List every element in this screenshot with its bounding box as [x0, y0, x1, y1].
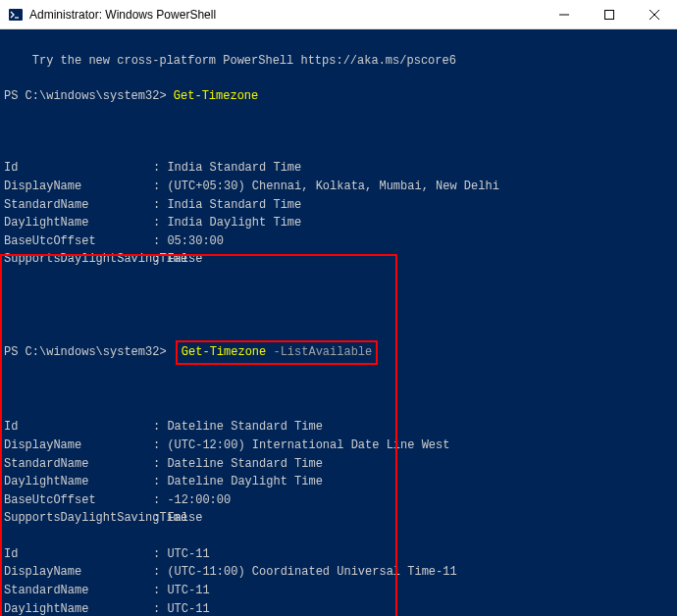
kv-value: False [167, 511, 202, 525]
kv-value: 05:30:00 [167, 234, 224, 248]
terminal-output[interactable]: Try the new cross-platform PowerShell ht… [0, 29, 677, 616]
kv-value: (UTC+05:30) Chennai, Kolkata, Mumbai, Ne… [167, 180, 498, 193]
svg-rect-3 [605, 10, 614, 19]
kv-label: SupportsDaylightSavingTime [4, 250, 153, 269]
prompt-2-cmd: Get-Timezone [182, 345, 266, 359]
kv-row-supportsdaylightsavingtime: SupportsDaylightSavingTime: False [4, 250, 673, 269]
kv-value: UTC-11 [167, 584, 209, 597]
prompt-2-prefix: PS C:\windows\system32> [4, 345, 174, 359]
powershell-icon [8, 7, 24, 23]
close-button[interactable] [632, 0, 677, 29]
kv-label: DaylightName [4, 214, 153, 232]
kv-label: DisplayName [4, 563, 153, 582]
kv-label: StandardName [4, 582, 153, 600]
kv-label: BaseUtcOffset [4, 491, 153, 510]
svg-rect-0 [9, 9, 23, 21]
kv-value: India Standard Time [167, 161, 301, 175]
kv-row-baseutcoffset: BaseUtcOffset: -12:00:00 [4, 491, 673, 510]
kv-row-standardname: StandardName: India Standard Time [4, 196, 673, 215]
kv-label: SupportsDaylightSavingTime [4, 509, 153, 528]
kv-row-displayname: DisplayName: (UTC-11:00) Coordinated Uni… [4, 563, 673, 582]
kv-value: India Standard Time [167, 198, 301, 212]
maximize-button[interactable] [587, 0, 632, 29]
kv-value: Dateline Daylight Time [167, 475, 322, 488]
highlighted-command: Get-Timezone -ListAvailable [176, 340, 378, 365]
kv-label: DaylightName [4, 600, 153, 616]
timezone-block: Id: UTC-11DisplayName: (UTC-11:00) Coord… [4, 545, 673, 616]
kv-row-id: Id: Dateline Standard Time [4, 418, 673, 436]
kv-label: BaseUtcOffset [4, 232, 153, 251]
kv-value: UTC-11 [167, 547, 209, 561]
kv-row-displayname: DisplayName: (UTC+05:30) Chennai, Kolkat… [4, 178, 673, 196]
window-title: Administrator: Windows PowerShell [29, 8, 216, 22]
kv-label: StandardName [4, 196, 153, 215]
minimize-button[interactable] [542, 0, 587, 29]
kv-value: UTC-11 [167, 602, 209, 616]
kv-row-supportsdaylightsavingtime: SupportsDaylightSavingTime: False [4, 509, 673, 528]
prompt-1-cmd: Get-Timezone [174, 89, 258, 103]
timezone-block-current: Id: India Standard TimeDisplayName: (UTC… [4, 159, 673, 269]
intro-text: Try the new cross-platform PowerShell ht… [32, 54, 456, 68]
kv-value: Dateline Standard Time [167, 457, 322, 471]
kv-row-displayname: DisplayName: (UTC-12:00) International D… [4, 436, 673, 455]
titlebar[interactable]: Administrator: Windows PowerShell [0, 0, 677, 29]
timezone-list: Id: Dateline Standard TimeDisplayName: (… [4, 418, 673, 616]
kv-label: Id [4, 159, 153, 178]
kv-label: DaylightName [4, 473, 153, 491]
kv-label: StandardName [4, 455, 153, 474]
kv-row-standardname: StandardName: Dateline Standard Time [4, 455, 673, 474]
kv-label: DisplayName [4, 436, 153, 455]
kv-row-daylightname: DaylightName: India Daylight Time [4, 214, 673, 232]
kv-value: -12:00:00 [167, 493, 231, 507]
kv-row-standardname: StandardName: UTC-11 [4, 582, 673, 600]
powershell-window: Administrator: Windows PowerShell Try th… [0, 0, 677, 616]
prompt-1-prefix: PS C:\windows\system32> [4, 89, 174, 103]
kv-value: False [167, 252, 202, 266]
kv-value: (UTC-11:00) Coordinated Universal Time-1… [167, 565, 456, 579]
prompt-2-arg: -ListAvailable [266, 345, 372, 359]
kv-row-id: Id: India Standard Time [4, 159, 673, 178]
kv-label: Id [4, 545, 153, 564]
kv-value: India Daylight Time [167, 216, 301, 230]
kv-label: DisplayName [4, 178, 153, 196]
timezone-block: Id: Dateline Standard TimeDisplayName: (… [4, 418, 673, 528]
kv-value: Dateline Standard Time [167, 420, 322, 434]
kv-row-baseutcoffset: BaseUtcOffset: 05:30:00 [4, 232, 673, 251]
kv-value: (UTC-12:00) International Date Line West [167, 438, 449, 452]
kv-label: Id [4, 418, 153, 436]
kv-row-daylightname: DaylightName: UTC-11 [4, 600, 673, 616]
kv-row-id: Id: UTC-11 [4, 545, 673, 564]
kv-row-daylightname: DaylightName: Dateline Daylight Time [4, 473, 673, 491]
